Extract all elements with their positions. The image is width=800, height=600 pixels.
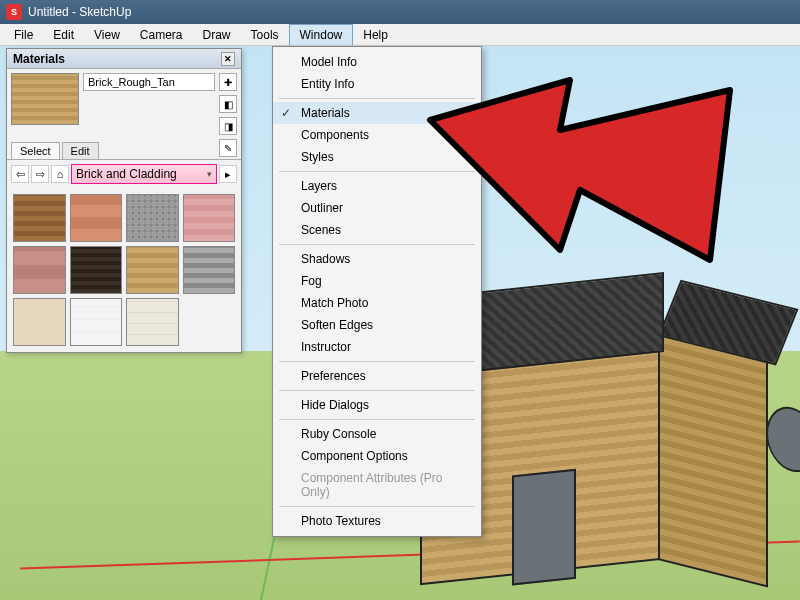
menu-item-materials[interactable]: Materials	[273, 102, 481, 124]
door[interactable]	[512, 469, 576, 586]
swatch[interactable]	[70, 298, 123, 346]
nav-back-button[interactable]: ⇦	[11, 165, 29, 183]
library-menu-button[interactable]: ▸	[219, 165, 237, 183]
swatch[interactable]	[183, 194, 236, 242]
materials-panel: Materials ✕ ✚ ◧ ◨ Select Edit ✎ ⇦ ⇨ ⌂ Br…	[6, 48, 242, 353]
swatch[interactable]	[126, 194, 179, 242]
menu-item-scenes[interactable]: Scenes	[273, 219, 481, 241]
menu-item-fog[interactable]: Fog	[273, 270, 481, 292]
menu-item-component-attributes-pro-only-: Component Attributes (Pro Only)	[273, 467, 481, 503]
materials-panel-title: Materials	[13, 52, 65, 66]
menu-separator	[279, 390, 475, 391]
menu-item-ruby-console[interactable]: Ruby Console	[273, 423, 481, 445]
create-material-button[interactable]: ✚	[219, 73, 237, 91]
menu-item-match-photo[interactable]: Match Photo	[273, 292, 481, 314]
menu-tools[interactable]: Tools	[241, 24, 289, 45]
menu-item-hide-dialogs[interactable]: Hide Dialogs	[273, 394, 481, 416]
menu-bar: File Edit View Camera Draw Tools Window …	[0, 24, 800, 46]
menu-item-photo-textures[interactable]: Photo Textures	[273, 510, 481, 532]
menu-item-model-info[interactable]: Model Info	[273, 51, 481, 73]
menu-item-outliner[interactable]: Outliner	[273, 197, 481, 219]
menu-item-component-options[interactable]: Component Options	[273, 445, 481, 467]
menu-item-styles[interactable]: Styles	[273, 146, 481, 168]
menu-item-components[interactable]: Components	[273, 124, 481, 146]
swatch[interactable]	[126, 298, 179, 346]
menu-item-instructor[interactable]: Instructor	[273, 336, 481, 358]
materials-panel-header[interactable]: Materials ✕	[7, 49, 241, 69]
swatch[interactable]	[70, 246, 123, 294]
set-default-button[interactable]: ◧	[219, 95, 237, 113]
menu-item-preferences[interactable]: Preferences	[273, 365, 481, 387]
window-menu-dropdown: Model InfoEntity InfoMaterialsComponents…	[272, 46, 482, 537]
menu-item-entity-info[interactable]: Entity Info	[273, 73, 481, 95]
swatch[interactable]	[70, 194, 123, 242]
menu-separator	[279, 506, 475, 507]
close-icon[interactable]: ✕	[221, 52, 235, 66]
title-bar: S Untitled - SketchUp	[0, 0, 800, 24]
wall-side[interactable]	[658, 332, 768, 587]
library-combo[interactable]: Brick and Cladding	[71, 164, 217, 184]
menu-edit[interactable]: Edit	[43, 24, 84, 45]
menu-file[interactable]: File	[4, 24, 43, 45]
material-name-input[interactable]	[83, 73, 215, 91]
swatch[interactable]	[126, 246, 179, 294]
window-title: Untitled - SketchUp	[28, 5, 131, 19]
tab-edit[interactable]: Edit	[62, 142, 99, 159]
menu-draw[interactable]: Draw	[193, 24, 241, 45]
eyedropper-icon[interactable]: ✎	[219, 139, 237, 157]
material-preview[interactable]	[11, 73, 79, 125]
menu-help[interactable]: Help	[353, 24, 398, 45]
menu-view[interactable]: View	[84, 24, 130, 45]
menu-separator	[279, 244, 475, 245]
menu-camera[interactable]: Camera	[130, 24, 193, 45]
nav-home-button[interactable]: ⌂	[51, 165, 69, 183]
library-combo-value: Brick and Cladding	[76, 167, 177, 181]
nav-forward-button[interactable]: ⇨	[31, 165, 49, 183]
tab-select[interactable]: Select	[11, 142, 60, 159]
swatch[interactable]	[13, 298, 66, 346]
menu-window[interactable]: Window	[289, 24, 354, 45]
menu-separator	[279, 361, 475, 362]
app-logo-icon: S	[6, 4, 22, 20]
menu-separator	[279, 419, 475, 420]
menu-item-layers[interactable]: Layers	[273, 175, 481, 197]
menu-separator	[279, 171, 475, 172]
swatch[interactable]	[13, 194, 66, 242]
menu-item-soften-edges[interactable]: Soften Edges	[273, 314, 481, 336]
display-pane-button[interactable]: ◨	[219, 117, 237, 135]
swatch[interactable]	[183, 246, 236, 294]
swatch-grid	[7, 188, 241, 352]
menu-item-shadows[interactable]: Shadows	[273, 248, 481, 270]
menu-separator	[279, 98, 475, 99]
swatch[interactable]	[13, 246, 66, 294]
